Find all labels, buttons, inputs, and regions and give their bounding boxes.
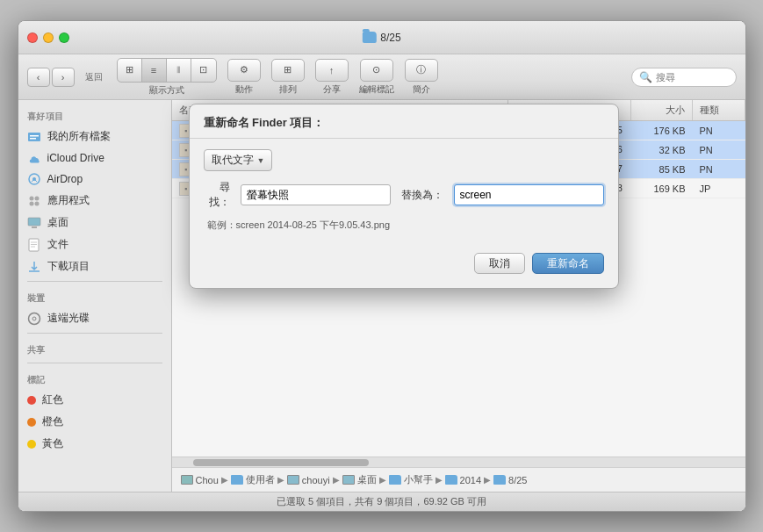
bc-item[interactable]: chouyi bbox=[302, 475, 330, 485]
breadcrumb-desktop-icon bbox=[181, 475, 193, 485]
bc-item[interactable]: 桌面 bbox=[357, 473, 377, 486]
share-group: ↑ 分享 bbox=[315, 59, 349, 96]
svg-rect-9 bbox=[28, 218, 40, 226]
svg-point-5 bbox=[29, 196, 33, 200]
file-size: 169 KB bbox=[631, 183, 693, 194]
sidebar-item-orange[interactable]: 橙色 bbox=[18, 411, 171, 433]
replace-input[interactable] bbox=[454, 184, 604, 205]
share-label: 分享 bbox=[323, 83, 341, 96]
sidebar-item-apps[interactable]: 應用程式 bbox=[18, 190, 171, 212]
arrange-button[interactable]: ⊞ bbox=[271, 59, 305, 82]
close-button[interactable] bbox=[27, 32, 38, 43]
bc-sep: ▶ bbox=[435, 475, 443, 485]
sidebar-item-desktop[interactable]: 桌面 bbox=[18, 212, 171, 234]
all-files-label: 我的所有檔案 bbox=[47, 129, 111, 144]
bc-user-icon bbox=[287, 475, 299, 485]
rename-button[interactable]: 重新命名 bbox=[532, 253, 604, 274]
sidebar-item-airdrop[interactable]: AirDrop bbox=[18, 169, 171, 190]
rename-dialog: 重新命名 Finder 項目： 取代文字 ▼ 尋找： 替換為： bbox=[189, 104, 619, 289]
bc-item[interactable]: 使用者 bbox=[246, 473, 275, 486]
bc-item[interactable]: 8/25 bbox=[508, 475, 527, 485]
downloads-label: 下載項目 bbox=[47, 259, 90, 274]
dropdown-arrow-icon: ▼ bbox=[257, 156, 265, 165]
file-size: 32 KB bbox=[631, 145, 693, 155]
maximize-button[interactable] bbox=[59, 32, 69, 43]
dialog-example: 範例：screen 2014-08-25 下午9.05.43.png bbox=[204, 219, 604, 232]
share-button[interactable]: ↑ bbox=[315, 59, 349, 82]
bc-item[interactable]: Chou bbox=[196, 475, 219, 485]
devices-divider bbox=[27, 281, 162, 282]
info-group: ⓘ 簡介 bbox=[405, 59, 438, 96]
search-icon: 🔍 bbox=[639, 71, 652, 83]
back-label: 返回 bbox=[85, 71, 103, 83]
forward-button[interactable]: › bbox=[52, 68, 75, 87]
search-input[interactable] bbox=[656, 72, 729, 83]
shared-header: 共享 bbox=[18, 337, 171, 359]
red-tag-dot bbox=[27, 396, 36, 405]
column-view-button[interactable]: ⫴ bbox=[167, 59, 191, 82]
tags-button[interactable]: ⊙ bbox=[360, 59, 393, 82]
icloud-label: iCloud Drive bbox=[47, 152, 104, 164]
traffic-lights bbox=[27, 32, 69, 43]
bc-folder-icon bbox=[231, 475, 243, 485]
find-input[interactable] bbox=[241, 184, 391, 205]
finder-window: 8/25 ‹ › 返回 ⊞ ≡ ⫴ ⊡ 顯示方式 ⚙ 動作 bbox=[18, 20, 746, 512]
cancel-button[interactable]: 取消 bbox=[474, 253, 525, 274]
svg-point-15 bbox=[28, 313, 40, 324]
col-header-size[interactable]: 大小 bbox=[631, 100, 693, 120]
bc-desktop-icon2 bbox=[342, 475, 355, 485]
arrange-group: ⊞ 排列 bbox=[271, 59, 305, 96]
mode-dropdown[interactable]: 取代文字 ▼ bbox=[204, 149, 273, 171]
coverflow-view-button[interactable]: ⊡ bbox=[191, 59, 216, 82]
devices-header: 裝置 bbox=[18, 285, 171, 307]
action-button[interactable]: ⚙ bbox=[227, 59, 261, 82]
toolbar: ‹ › 返回 ⊞ ≡ ⫴ ⊡ 顯示方式 ⚙ 動作 ⊞ 排列 bbox=[18, 54, 745, 100]
sidebar-item-yellow[interactable]: 黃色 bbox=[18, 433, 171, 455]
icon-view-button[interactable]: ⊞ bbox=[118, 59, 142, 82]
svg-point-16 bbox=[32, 317, 36, 320]
svg-point-7 bbox=[29, 201, 33, 205]
tags-header: 標記 bbox=[18, 367, 171, 389]
sidebar-item-optical[interactable]: 遠端光碟 bbox=[18, 307, 171, 329]
all-files-icon bbox=[27, 130, 41, 144]
find-row: 尋找： 替換為： bbox=[204, 180, 604, 210]
desktop-label: 桌面 bbox=[47, 215, 68, 230]
mode-dropdown-label: 取代文字 bbox=[212, 153, 254, 168]
window-title-area: 8/25 bbox=[362, 32, 400, 44]
svg-rect-1 bbox=[30, 135, 39, 137]
shared-divider bbox=[27, 333, 162, 334]
favorites-header: 喜好項目 bbox=[18, 104, 171, 126]
bc-folder-icon2 bbox=[389, 475, 401, 485]
info-button[interactable]: ⓘ bbox=[405, 59, 438, 82]
bc-sep: ▶ bbox=[379, 475, 386, 485]
file-size: 85 KB bbox=[631, 164, 693, 175]
svg-rect-0 bbox=[28, 133, 40, 141]
bc-item[interactable]: 小幫手 bbox=[404, 473, 433, 486]
dialog-mode-row: 取代文字 ▼ bbox=[204, 149, 604, 171]
title-bar: 8/25 bbox=[18, 21, 745, 54]
search-box[interactable]: 🔍 bbox=[631, 68, 737, 87]
scroll-thumb[interactable] bbox=[193, 459, 369, 466]
sidebar-item-downloads[interactable]: 下載項目 bbox=[18, 255, 171, 277]
icloud-icon bbox=[27, 151, 41, 165]
sidebar-item-all-files[interactable]: 我的所有檔案 bbox=[18, 126, 171, 147]
optical-label: 遠端光碟 bbox=[47, 311, 90, 326]
optical-icon bbox=[27, 312, 41, 326]
replace-label: 替換為： bbox=[401, 188, 443, 203]
minimize-button[interactable] bbox=[43, 32, 54, 43]
view-mode-buttons: ⊞ ≡ ⫴ ⊡ bbox=[117, 58, 217, 83]
arrange-label: 排列 bbox=[279, 83, 297, 96]
back-button[interactable]: ‹ bbox=[27, 68, 50, 87]
col-header-kind[interactable]: 種類 bbox=[693, 100, 745, 120]
breadcrumb: Chou ▶ 使用者 ▶ chouyi ▶ 桌面 ▶ 小幫手 ▶ 2014 bbox=[172, 467, 745, 492]
list-view-button[interactable]: ≡ bbox=[142, 59, 167, 82]
apps-label: 應用程式 bbox=[47, 193, 90, 208]
bc-sep: ▶ bbox=[333, 475, 340, 485]
bc-item[interactable]: 2014 bbox=[460, 475, 481, 485]
orange-tag-dot bbox=[27, 418, 36, 427]
sidebar-item-red[interactable]: 紅色 bbox=[18, 389, 171, 411]
sidebar-item-documents[interactable]: 文件 bbox=[18, 234, 171, 255]
documents-icon bbox=[27, 238, 41, 252]
view-mode-group: ⊞ ≡ ⫴ ⊡ 顯示方式 bbox=[117, 58, 217, 97]
sidebar-item-icloud[interactable]: iCloud Drive bbox=[18, 147, 171, 169]
